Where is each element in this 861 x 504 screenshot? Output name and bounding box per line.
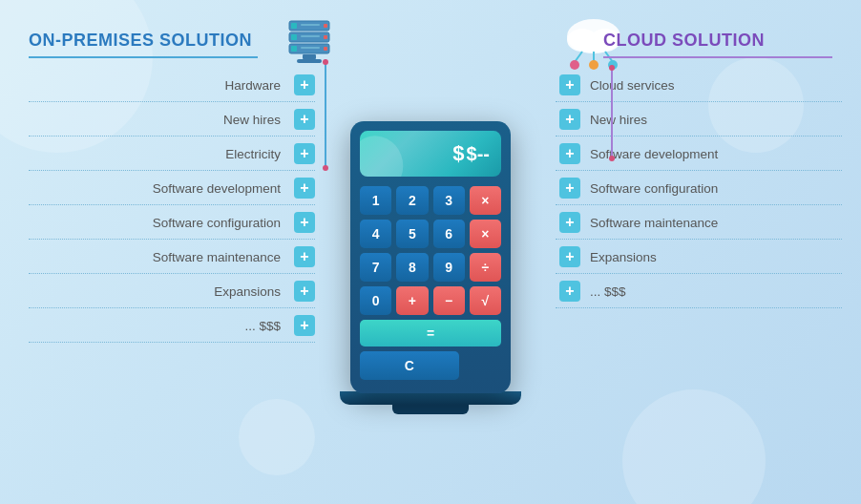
left-plus-badge: + [294, 143, 315, 164]
right-cost-item: + New hires [556, 102, 842, 136]
display-dollar: $ [452, 141, 464, 166]
dot-left-top [323, 59, 328, 65]
left-cost-list: Hardware + New hires + Electricity + Sof… [29, 68, 315, 343]
right-plus-badge: + [559, 74, 580, 95]
right-cost-item: + Software configuration [556, 171, 842, 205]
calculator-body: $ $-- 123×456×789÷0+−√=C [350, 121, 511, 393]
calc-btn-x[interactable]: × [470, 220, 501, 248]
left-cost-item: Software development + [29, 171, 315, 205]
right-cost-item: + Software development [556, 136, 842, 171]
left-plus-badge: + [294, 109, 315, 130]
calc-btn-equals[interactable]: = [360, 320, 501, 346]
left-plus-badge: + [294, 246, 315, 267]
calc-btn-9[interactable]: 9 [433, 253, 465, 282]
left-cost-label: Software maintenance [153, 250, 281, 264]
left-cost-label: Software development [153, 181, 281, 196]
right-cost-item: + Expansions [556, 240, 842, 274]
left-cost-item: Electricity + [29, 136, 315, 171]
page-container: ON-PREMISES SOLUTION Hardware + New hire… [0, 0, 861, 504]
right-plus-badge: + [559, 178, 580, 199]
calc-btn-8[interactable]: 8 [396, 253, 428, 282]
left-cost-label: ... $$$ [244, 319, 281, 333]
right-cost-item: + Software maintenance [556, 205, 842, 240]
calc-btn-1[interactable]: 1 [360, 186, 391, 215]
right-divider [603, 56, 832, 58]
left-cost-label: New hires [223, 113, 281, 127]
left-cost-item: Hardware + [29, 68, 315, 102]
display-text: $-- [467, 143, 490, 165]
left-plus-badge: + [294, 178, 315, 199]
calc-btn-x[interactable]: √ [470, 286, 501, 315]
left-cost-item: Software maintenance + [29, 240, 315, 274]
dot-right-top [609, 65, 615, 71]
calc-btn-x[interactable]: + [396, 286, 428, 315]
calc-btn-x[interactable]: × [470, 186, 501, 215]
left-divider [29, 56, 258, 58]
dot-right-bottom [609, 156, 615, 161]
left-plus-badge: + [294, 281, 315, 302]
calc-btn-3[interactable]: 3 [433, 186, 465, 215]
calc-bottom-row: =C [360, 320, 501, 380]
left-title: ON-PREMISES SOLUTION [29, 31, 315, 51]
svg-rect-11 [324, 47, 327, 51]
left-cost-label: Expansions [214, 284, 281, 299]
left-plus-badge: + [294, 315, 315, 336]
right-cost-label: Expansions [590, 250, 657, 264]
right-title: CLOUD SOLUTION [603, 31, 842, 51]
left-plus-badge: + [294, 212, 315, 233]
right-plus-badge: + [559, 212, 580, 233]
dot-left-bottom [323, 165, 328, 171]
calc-btn-2[interactable]: 2 [396, 186, 428, 215]
right-section: CLOUD SOLUTION + Cloud services + New hi… [546, 0, 842, 504]
calculator-stand [392, 405, 469, 414]
calculator-wrapper: $ $-- 123×456×789÷0+−√=C [340, 102, 521, 414]
conn-line-right [611, 65, 613, 160]
calculator-grid: 123×456×789÷0+−√=C [360, 186, 501, 380]
calc-btn-c[interactable]: C [360, 351, 459, 380]
right-cost-item: + ... $$$ [556, 274, 842, 308]
right-cost-label: Cloud services [590, 78, 675, 93]
left-cost-item: ... $$$ + [29, 308, 315, 343]
left-cost-item: Expansions + [29, 274, 315, 308]
left-cost-item: New hires + [29, 102, 315, 136]
calc-btn-7[interactable]: 7 [360, 253, 391, 282]
calculator-base [340, 391, 521, 405]
left-plus-badge: + [294, 74, 315, 95]
right-cost-label: ... $$$ [590, 284, 626, 299]
calc-btn-6[interactable]: 6 [433, 220, 465, 248]
left-cost-label: Hardware [224, 78, 281, 93]
left-cost-label: Electricity [225, 147, 281, 161]
right-cost-label: New hires [590, 113, 647, 127]
right-plus-badge: + [559, 281, 580, 302]
conn-line-left [325, 59, 326, 169]
right-plus-badge: + [559, 109, 580, 130]
calc-btn-x[interactable]: − [433, 286, 465, 315]
right-cost-item: + Cloud services [556, 68, 842, 102]
calc-btn-4[interactable]: 4 [360, 220, 391, 248]
left-cost-label: Software configuration [153, 216, 281, 230]
right-cost-label: Software configuration [590, 181, 718, 196]
right-plus-badge: + [559, 143, 580, 164]
calculator-display: $ $-- [360, 131, 501, 177]
left-cost-item: Software configuration + [29, 205, 315, 240]
right-cost-list: + Cloud services + New hires + Software … [556, 68, 842, 308]
calc-btn-0[interactable]: 0 [360, 286, 391, 315]
calc-btn-x[interactable]: ÷ [470, 253, 501, 282]
right-plus-badge: + [559, 246, 580, 267]
svg-rect-3 [324, 24, 327, 28]
right-cost-label: Software maintenance [590, 216, 718, 230]
calc-btn-5[interactable]: 5 [396, 220, 428, 248]
left-section: ON-PREMISES SOLUTION Hardware + New hire… [19, 0, 315, 504]
svg-rect-7 [324, 35, 327, 39]
